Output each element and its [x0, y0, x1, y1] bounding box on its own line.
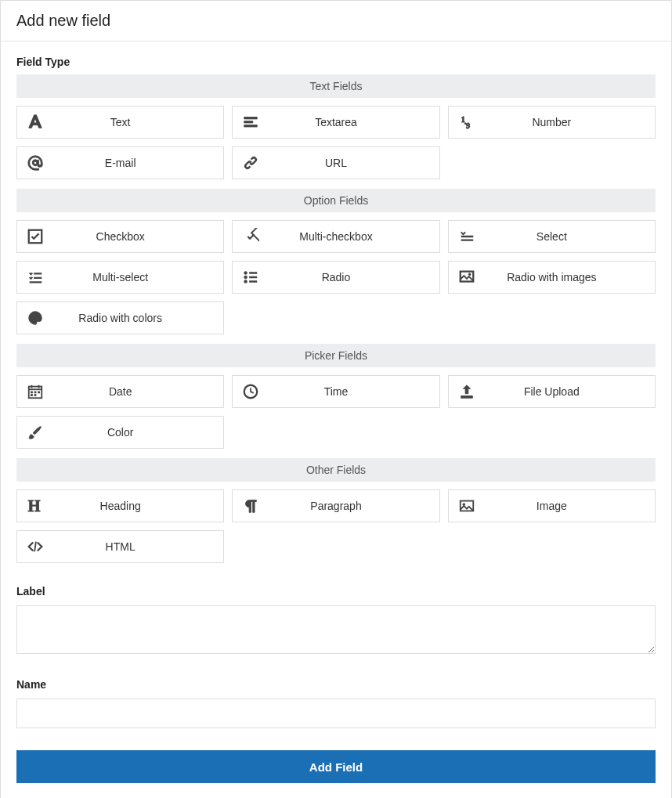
field-type-radio[interactable]: Radio — [232, 261, 439, 294]
checkbox-icon — [17, 228, 53, 245]
select-icon — [449, 228, 485, 245]
field-type-checkbox[interactable]: Checkbox — [16, 220, 224, 253]
clock-icon — [233, 383, 269, 400]
label-form-group: Label — [16, 585, 656, 656]
field-type-paragraph[interactable]: Paragraph — [232, 489, 439, 522]
field-type-date[interactable]: Date — [16, 375, 224, 408]
group-header: Text Fields — [16, 74, 656, 98]
field-grid: DateTimeFile UploadColor — [16, 375, 656, 449]
name-field-label: Name — [16, 678, 656, 691]
field-grid: TextTextareaNumberE-mailURL — [16, 106, 656, 179]
brush-icon — [17, 424, 53, 441]
code-icon — [17, 538, 53, 555]
multi-checkbox-icon — [233, 228, 269, 245]
add-field-button[interactable]: Add Field — [16, 750, 656, 783]
field-type-label: File Upload — [485, 385, 655, 398]
field-grid: CheckboxMulti-checkboxSelectMulti-select… — [16, 220, 656, 334]
field-type-label: Number — [485, 116, 655, 128]
align-left-icon — [233, 114, 269, 131]
field-type-heading[interactable]: Heading — [16, 489, 224, 522]
field-type-label: E-mail — [53, 157, 223, 169]
field-type-label: URL — [269, 157, 439, 169]
upload-icon — [449, 383, 485, 400]
field-grid: HeadingParagraphImageHTML — [16, 489, 656, 563]
field-type-label: Radio with colors — [53, 312, 223, 324]
name-form-group: Name — [16, 678, 656, 728]
field-type-radio-with-images[interactable]: Radio with images — [448, 261, 656, 294]
palette-icon — [17, 309, 53, 327]
paragraph-icon — [233, 497, 269, 515]
field-type-e-mail[interactable]: E-mail — [16, 146, 224, 179]
field-type-label: Checkbox — [53, 230, 223, 243]
field-type-multi-checkbox[interactable]: Multi-checkbox — [232, 220, 439, 253]
field-type-label: Image — [485, 500, 655, 512]
field-type-label: Heading — [53, 500, 223, 512]
field-type-textarea[interactable]: Textarea — [232, 106, 439, 139]
field-type-text[interactable]: Text — [16, 106, 224, 139]
field-type-label: Multi-select — [53, 271, 223, 283]
at-icon — [17, 154, 53, 172]
field-type-label: Select — [485, 230, 655, 243]
name-input[interactable] — [16, 699, 656, 728]
picture-icon — [449, 497, 485, 515]
radio-list-icon — [233, 269, 269, 286]
heading-icon — [17, 497, 53, 515]
field-type-color[interactable]: Color — [16, 416, 224, 449]
field-type-label: Textarea — [269, 116, 439, 128]
panel-header: Add new field — [1, 1, 671, 42]
label-field-label: Label — [16, 585, 656, 598]
field-type-select[interactable]: Select — [448, 220, 656, 253]
field-type-label: Time — [269, 385, 439, 398]
field-type-multi-select[interactable]: Multi-select — [16, 261, 224, 294]
multi-select-icon — [17, 269, 53, 286]
add-field-panel: Add new field Field Type Text FieldsText… — [0, 0, 672, 798]
field-type-time[interactable]: Time — [232, 375, 439, 408]
group-header: Option Fields — [16, 189, 656, 212]
field-type-label: HTML — [53, 540, 223, 553]
field-type-image[interactable]: Image — [448, 489, 656, 522]
field-type-label: Text — [53, 116, 223, 128]
field-type-label: Radio with images — [485, 271, 655, 283]
group-header: Other Fields — [16, 458, 656, 482]
field-type-label: Color — [53, 426, 223, 439]
font-icon — [17, 114, 53, 131]
field-type-label: Multi-checkbox — [269, 230, 439, 243]
calendar-icon — [17, 383, 53, 400]
label-input[interactable] — [16, 605, 656, 654]
field-type-url[interactable]: URL — [232, 146, 439, 179]
field-type-label: Radio — [269, 271, 439, 283]
field-type-label: Paragraph — [269, 500, 439, 512]
field-type-file-upload[interactable]: File Upload — [448, 375, 656, 408]
field-type-number[interactable]: Number — [448, 106, 656, 139]
link-icon — [233, 154, 269, 172]
group-header: Picker Fields — [16, 344, 656, 367]
field-type-html[interactable]: HTML — [16, 530, 224, 563]
field-type-radio-with-colors[interactable]: Radio with colors — [16, 302, 224, 334]
number-icon — [449, 114, 485, 131]
image-radio-icon — [449, 269, 485, 286]
panel-title: Add new field — [16, 12, 656, 30]
field-type-label: Field Type — [16, 56, 656, 68]
field-type-label: Date — [53, 385, 223, 398]
